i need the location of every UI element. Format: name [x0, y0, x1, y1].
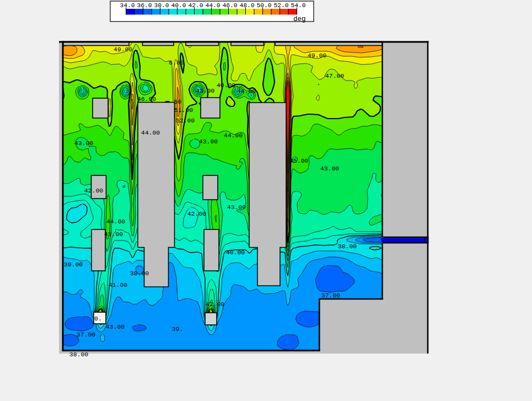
- svg-text:45.00: 45.00: [289, 157, 309, 164]
- svg-text:39.: 39.: [172, 325, 184, 333]
- svg-text:44.00: 44.00: [237, 88, 256, 95]
- svg-text:43.00: 43.00: [104, 231, 123, 238]
- svg-text:44.0: 44.0: [205, 2, 220, 9]
- svg-text:40.00: 40.00: [226, 249, 245, 256]
- svg-text:42.00: 42.00: [206, 301, 225, 308]
- svg-text:42.00: 42.00: [187, 210, 207, 217]
- svg-text:51.00: 51.00: [174, 106, 194, 114]
- svg-text:48.0: 48.0: [239, 2, 254, 9]
- svg-text:50.0: 50.0: [256, 2, 271, 9]
- svg-text:36.0: 36.0: [137, 2, 152, 9]
- svg-text:52.00: 52.00: [176, 117, 195, 124]
- svg-text:43.00: 43.00: [74, 140, 94, 147]
- svg-text:49.00: 49.00: [114, 46, 133, 53]
- svg-text:43.00: 43.00: [227, 204, 246, 211]
- svg-text:46.00: 46.00: [137, 95, 157, 103]
- svg-text:43.00: 43.00: [320, 165, 340, 172]
- svg-text:37.00: 37.00: [321, 292, 341, 299]
- svg-text:37.00: 37.00: [77, 331, 96, 338]
- svg-text:deg: deg: [293, 15, 306, 23]
- svg-text:39.00: 39.00: [64, 261, 83, 268]
- svg-text:42.0: 42.0: [188, 2, 203, 9]
- svg-text:44.00: 44.00: [106, 218, 126, 225]
- svg-text:38.00: 38.00: [338, 243, 357, 250]
- svg-text:47.00: 47.00: [325, 72, 345, 79]
- svg-text:40.00: 40.00: [217, 82, 236, 89]
- svg-text:52.0: 52.0: [273, 2, 288, 9]
- svg-text:49.00: 49.00: [308, 52, 327, 59]
- svg-text:6.00: 6.00: [169, 59, 184, 66]
- svg-text:44.00: 44.00: [141, 129, 160, 136]
- svg-text:41.00: 41.00: [109, 281, 128, 288]
- svg-text:38.00: 38.00: [69, 351, 89, 358]
- svg-text:0.: 0.: [94, 315, 102, 322]
- svg-text:38.0: 38.0: [154, 2, 169, 9]
- svg-text:50: 50: [174, 98, 181, 105]
- svg-text:43.00: 43.00: [199, 138, 218, 145]
- svg-text:40.0: 40.0: [171, 2, 186, 9]
- svg-text:44.00: 44.00: [224, 132, 243, 139]
- svg-text:42.00: 42.00: [84, 187, 104, 194]
- svg-text:43.00: 43.00: [196, 87, 215, 94]
- svg-text:43.00: 43.00: [106, 323, 125, 330]
- svg-text:38.00: 38.00: [130, 270, 149, 277]
- svg-text:34.0: 34.0: [120, 2, 135, 9]
- svg-text:46.0: 46.0: [222, 2, 237, 9]
- svg-text:54.0: 54.0: [291, 2, 305, 9]
